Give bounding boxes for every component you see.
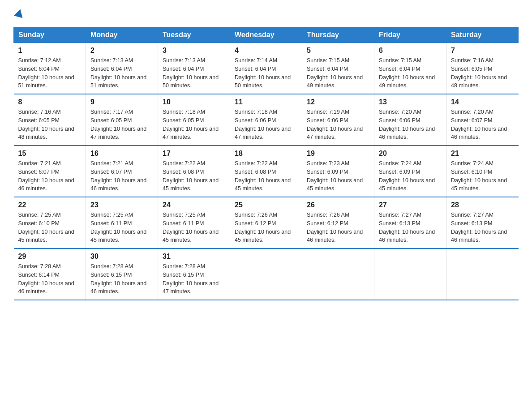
calendar-header-monday: Monday bbox=[86, 27, 158, 43]
day-number: 21 bbox=[451, 150, 514, 158]
calendar-day-cell: 11 Sunrise: 7:18 AM Sunset: 6:06 PM Dayl… bbox=[230, 94, 302, 146]
calendar-header-sunday: Sunday bbox=[14, 27, 86, 43]
day-number: 23 bbox=[90, 201, 153, 209]
day-number: 30 bbox=[90, 253, 153, 261]
day-info: Sunrise: 7:20 AM Sunset: 6:07 PM Dayligh… bbox=[451, 108, 514, 141]
day-info: Sunrise: 7:13 AM Sunset: 6:04 PM Dayligh… bbox=[90, 56, 153, 90]
calendar-week-row: 1 Sunrise: 7:12 AM Sunset: 6:04 PM Dayli… bbox=[14, 43, 519, 94]
day-number: 15 bbox=[18, 150, 82, 158]
calendar-day-cell: 21 Sunrise: 7:24 AM Sunset: 6:10 PM Dayl… bbox=[446, 146, 519, 197]
day-number: 14 bbox=[451, 98, 514, 106]
day-info: Sunrise: 7:18 AM Sunset: 6:05 PM Dayligh… bbox=[163, 108, 225, 141]
calendar-day-cell: 9 Sunrise: 7:17 AM Sunset: 6:05 PM Dayli… bbox=[86, 94, 158, 146]
day-number: 11 bbox=[235, 98, 297, 106]
day-info: Sunrise: 7:21 AM Sunset: 6:07 PM Dayligh… bbox=[18, 159, 82, 193]
day-number: 9 bbox=[90, 98, 153, 106]
calendar-header-wednesday: Wednesday bbox=[230, 27, 302, 43]
day-number: 17 bbox=[163, 150, 225, 158]
day-info: Sunrise: 7:15 AM Sunset: 6:04 PM Dayligh… bbox=[379, 56, 442, 90]
day-number: 31 bbox=[163, 253, 225, 261]
calendar-day-cell: 20 Sunrise: 7:24 AM Sunset: 6:09 PM Dayl… bbox=[374, 146, 446, 197]
day-info: Sunrise: 7:22 AM Sunset: 6:08 PM Dayligh… bbox=[235, 159, 297, 193]
calendar-day-cell: 5 Sunrise: 7:15 AM Sunset: 6:04 PM Dayli… bbox=[302, 43, 374, 94]
calendar-day-cell: 26 Sunrise: 7:26 AM Sunset: 6:12 PM Dayl… bbox=[302, 197, 374, 248]
calendar-day-cell: 10 Sunrise: 7:18 AM Sunset: 6:05 PM Dayl… bbox=[158, 94, 230, 146]
calendar-day-cell: 2 Sunrise: 7:13 AM Sunset: 6:04 PM Dayli… bbox=[86, 43, 158, 94]
calendar-day-cell: 16 Sunrise: 7:21 AM Sunset: 6:07 PM Dayl… bbox=[86, 146, 158, 197]
logo bbox=[13, 9, 24, 18]
day-number: 8 bbox=[18, 98, 82, 106]
calendar-day-cell: 7 Sunrise: 7:16 AM Sunset: 6:05 PM Dayli… bbox=[446, 43, 519, 94]
calendar-day-cell: 12 Sunrise: 7:19 AM Sunset: 6:06 PM Dayl… bbox=[302, 94, 374, 146]
calendar-day-cell: 14 Sunrise: 7:20 AM Sunset: 6:07 PM Dayl… bbox=[446, 94, 519, 146]
calendar-day-cell: 30 Sunrise: 7:28 AM Sunset: 6:15 PM Dayl… bbox=[86, 248, 158, 300]
day-info: Sunrise: 7:16 AM Sunset: 6:05 PM Dayligh… bbox=[451, 56, 514, 90]
day-info: Sunrise: 7:14 AM Sunset: 6:04 PM Dayligh… bbox=[235, 56, 297, 90]
day-info: Sunrise: 7:22 AM Sunset: 6:08 PM Dayligh… bbox=[163, 159, 225, 193]
calendar-header-saturday: Saturday bbox=[446, 27, 519, 43]
day-info: Sunrise: 7:24 AM Sunset: 6:09 PM Dayligh… bbox=[379, 159, 442, 193]
calendar-day-cell: 22 Sunrise: 7:25 AM Sunset: 6:10 PM Dayl… bbox=[14, 197, 86, 248]
day-info: Sunrise: 7:15 AM Sunset: 6:04 PM Dayligh… bbox=[307, 56, 369, 90]
day-info: Sunrise: 7:23 AM Sunset: 6:09 PM Dayligh… bbox=[307, 159, 369, 193]
calendar-header-row: SundayMondayTuesdayWednesdayThursdayFrid… bbox=[14, 27, 519, 43]
calendar-day-cell: 18 Sunrise: 7:22 AM Sunset: 6:08 PM Dayl… bbox=[230, 146, 302, 197]
day-number: 18 bbox=[235, 150, 297, 158]
day-number: 25 bbox=[235, 201, 297, 209]
calendar-header-thursday: Thursday bbox=[302, 27, 374, 43]
day-number: 22 bbox=[18, 201, 82, 209]
day-info: Sunrise: 7:27 AM Sunset: 6:13 PM Dayligh… bbox=[451, 211, 514, 244]
calendar-day-cell bbox=[446, 248, 519, 300]
day-number: 5 bbox=[307, 47, 369, 55]
calendar-day-cell bbox=[230, 248, 302, 300]
calendar-day-cell: 3 Sunrise: 7:13 AM Sunset: 6:04 PM Dayli… bbox=[158, 43, 230, 94]
day-info: Sunrise: 7:25 AM Sunset: 6:11 PM Dayligh… bbox=[90, 211, 153, 244]
day-info: Sunrise: 7:13 AM Sunset: 6:04 PM Dayligh… bbox=[163, 56, 225, 90]
calendar-day-cell: 15 Sunrise: 7:21 AM Sunset: 6:07 PM Dayl… bbox=[14, 146, 86, 197]
day-info: Sunrise: 7:25 AM Sunset: 6:11 PM Dayligh… bbox=[163, 211, 225, 244]
calendar-day-cell: 17 Sunrise: 7:22 AM Sunset: 6:08 PM Dayl… bbox=[158, 146, 230, 197]
calendar-week-row: 29 Sunrise: 7:28 AM Sunset: 6:14 PM Dayl… bbox=[14, 248, 519, 300]
day-info: Sunrise: 7:28 AM Sunset: 6:15 PM Dayligh… bbox=[163, 262, 225, 296]
day-info: Sunrise: 7:26 AM Sunset: 6:12 PM Dayligh… bbox=[235, 211, 297, 244]
day-info: Sunrise: 7:17 AM Sunset: 6:05 PM Dayligh… bbox=[90, 108, 153, 141]
day-number: 26 bbox=[307, 201, 369, 209]
calendar-day-cell: 13 Sunrise: 7:20 AM Sunset: 6:06 PM Dayl… bbox=[374, 94, 446, 146]
day-info: Sunrise: 7:20 AM Sunset: 6:06 PM Dayligh… bbox=[379, 108, 442, 141]
day-number: 10 bbox=[163, 98, 225, 106]
day-number: 20 bbox=[379, 150, 442, 158]
day-info: Sunrise: 7:26 AM Sunset: 6:12 PM Dayligh… bbox=[307, 211, 369, 244]
day-number: 19 bbox=[307, 150, 369, 158]
day-number: 2 bbox=[90, 47, 153, 55]
day-info: Sunrise: 7:19 AM Sunset: 6:06 PM Dayligh… bbox=[307, 108, 369, 141]
calendar-day-cell: 6 Sunrise: 7:15 AM Sunset: 6:04 PM Dayli… bbox=[374, 43, 446, 94]
calendar-day-cell: 24 Sunrise: 7:25 AM Sunset: 6:11 PM Dayl… bbox=[158, 197, 230, 248]
page-header bbox=[13, 9, 519, 18]
logo-triangle-icon bbox=[14, 8, 25, 18]
day-number: 7 bbox=[451, 47, 514, 55]
calendar-day-cell: 25 Sunrise: 7:26 AM Sunset: 6:12 PM Dayl… bbox=[230, 197, 302, 248]
day-number: 4 bbox=[235, 47, 297, 55]
day-info: Sunrise: 7:28 AM Sunset: 6:15 PM Dayligh… bbox=[90, 262, 153, 296]
calendar-week-row: 22 Sunrise: 7:25 AM Sunset: 6:10 PM Dayl… bbox=[14, 197, 519, 248]
day-number: 6 bbox=[379, 47, 442, 55]
calendar-week-row: 8 Sunrise: 7:16 AM Sunset: 6:05 PM Dayli… bbox=[14, 94, 519, 146]
calendar-day-cell: 28 Sunrise: 7:27 AM Sunset: 6:13 PM Dayl… bbox=[446, 197, 519, 248]
day-info: Sunrise: 7:16 AM Sunset: 6:05 PM Dayligh… bbox=[18, 108, 82, 141]
calendar-day-cell bbox=[302, 248, 374, 300]
calendar-week-row: 15 Sunrise: 7:21 AM Sunset: 6:07 PM Dayl… bbox=[14, 146, 519, 197]
day-number: 3 bbox=[163, 47, 225, 55]
calendar-day-cell bbox=[374, 248, 446, 300]
calendar-table: SundayMondayTuesdayWednesdayThursdayFrid… bbox=[13, 27, 519, 300]
calendar-header-tuesday: Tuesday bbox=[158, 27, 230, 43]
day-info: Sunrise: 7:18 AM Sunset: 6:06 PM Dayligh… bbox=[235, 108, 297, 141]
day-number: 1 bbox=[18, 47, 82, 55]
day-info: Sunrise: 7:21 AM Sunset: 6:07 PM Dayligh… bbox=[90, 159, 153, 193]
day-number: 27 bbox=[379, 201, 442, 209]
day-number: 13 bbox=[379, 98, 442, 106]
day-info: Sunrise: 7:27 AM Sunset: 6:13 PM Dayligh… bbox=[379, 211, 442, 244]
calendar-header-friday: Friday bbox=[374, 27, 446, 43]
day-number: 12 bbox=[307, 98, 369, 106]
calendar-day-cell: 23 Sunrise: 7:25 AM Sunset: 6:11 PM Dayl… bbox=[86, 197, 158, 248]
day-info: Sunrise: 7:12 AM Sunset: 6:04 PM Dayligh… bbox=[18, 56, 82, 90]
